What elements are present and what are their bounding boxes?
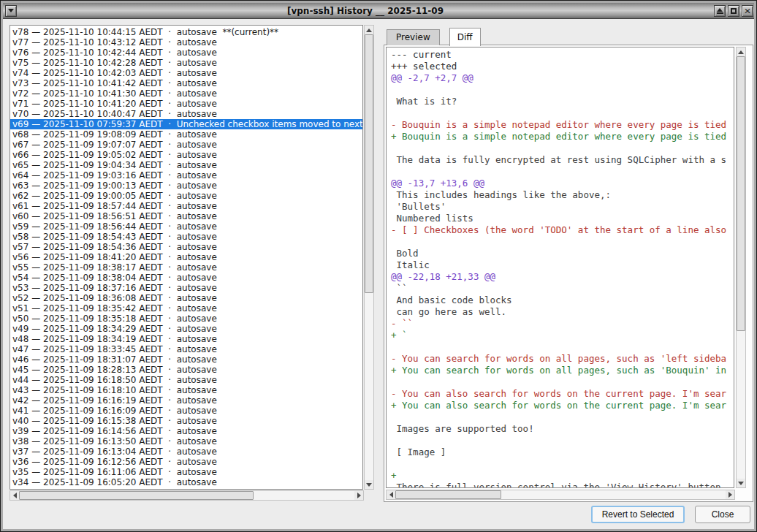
maximize-icon [731, 8, 737, 14]
history-row[interactable]: v77 — 2025-11-10 10:43:12 AEDT · autosav… [10, 37, 362, 48]
close-icon: ✕ [744, 7, 751, 15]
diff-line: What is it? [391, 96, 734, 107]
history-row[interactable]: v41 — 2025-11-09 16:16:09 AEDT · autosav… [10, 406, 362, 416]
history-row[interactable]: v70 — 2025-11-10 10:40:47 AEDT · autosav… [10, 109, 362, 119]
diff-vscrollbar[interactable] [736, 47, 746, 488]
history-row[interactable]: v49 — 2025-11-09 18:34:29 AEDT · autosav… [10, 324, 362, 334]
scroll-down-button[interactable] [737, 479, 745, 487]
history-row[interactable]: v40 — 2025-11-09 16:15:38 AEDT · autosav… [10, 416, 362, 426]
tab-preview[interactable]: Preview [387, 29, 440, 45]
history-row[interactable]: v60 — 2025-11-09 18:56:51 AEDT · autosav… [10, 211, 362, 221]
diff-line: + You can search for words on all pages,… [391, 365, 734, 376]
history-row[interactable]: v76 — 2025-11-10 10:42:44 AEDT · autosav… [10, 48, 362, 58]
history-row[interactable]: v61 — 2025-11-09 18:57:44 AEDT · autosav… [10, 201, 362, 211]
history-row[interactable]: v72 — 2025-11-10 10:41:30 AEDT · autosav… [10, 88, 362, 99]
scroll-up-button[interactable] [365, 26, 373, 34]
history-row[interactable]: v52 — 2025-11-09 18:36:08 AEDT · autosav… [10, 293, 362, 303]
history-row[interactable]: v62 — 2025-11-09 19:00:05 AEDT · autosav… [10, 191, 362, 201]
scrollbar-track[interactable] [395, 490, 726, 499]
notebook-panel: --- current+++ selected@@ -2,7 +2,7 @@ W… [384, 45, 753, 502]
history-row[interactable]: v71 — 2025-11-10 10:41:20 AEDT · autosav… [10, 99, 362, 109]
scrollbar-thumb[interactable] [395, 490, 501, 499]
window-title: [vpn-ssh] History __ 2025-11-09 [18, 6, 712, 16]
history-row[interactable]: v75 — 2025-11-10 10:42:28 AEDT · autosav… [10, 58, 362, 68]
diff-line: --- current [391, 49, 734, 61]
diff-line: - You can search for words on all pages,… [391, 353, 734, 365]
diff-line: + Bouquin is a simple notepad editor whe… [391, 131, 734, 142]
scrollbar-track[interactable] [365, 34, 373, 480]
diff-line [391, 142, 734, 154]
revert-to-selected-button[interactable]: Revert to Selected [591, 506, 685, 523]
scroll-left-button[interactable] [387, 490, 395, 499]
scrollbar-thumb[interactable] [19, 491, 254, 500]
scrollbar-thumb[interactable] [737, 56, 745, 331]
close-button[interactable]: ✕ [742, 5, 753, 17]
history-row[interactable]: v55 — 2025-11-09 18:38:17 AEDT · autosav… [10, 262, 362, 273]
history-row[interactable]: v78 — 2025-11-10 10:44:15 AEDT · autosav… [10, 27, 362, 37]
history-row[interactable]: v53 — 2025-11-09 18:37:16 AEDT · autosav… [10, 283, 362, 293]
diff-line: 'Bullets' [391, 201, 734, 213]
scroll-right-button[interactable] [354, 491, 363, 500]
history-row[interactable]: v36 — 2025-11-09 16:12:56 AEDT · autosav… [10, 457, 362, 467]
scroll-left-button[interactable] [10, 491, 19, 500]
diff-line: can go here as well. [391, 306, 734, 318]
window-menu-icon [8, 9, 14, 12]
diff-line [391, 84, 734, 96]
close-dialog-button[interactable]: Close [695, 506, 750, 523]
history-row[interactable]: v54 — 2025-11-09 18:38:04 AEDT · autosav… [10, 273, 362, 283]
history-row[interactable]: v35 — 2025-11-09 16:11:06 AEDT · autosav… [10, 467, 362, 477]
arrow-down-icon [366, 483, 372, 487]
history-row[interactable]: v34 — 2025-11-09 16:05:20 AEDT · autosav… [10, 477, 362, 487]
history-row[interactable]: v66 — 2025-11-09 19:05:02 AEDT · autosav… [10, 150, 362, 160]
diff-line: And basic code blocks [391, 294, 734, 306]
history-row[interactable]: v38 — 2025-11-09 16:13:50 AEDT · autosav… [10, 436, 362, 446]
scroll-right-button[interactable] [726, 490, 734, 499]
scrollbar-track[interactable] [19, 491, 354, 500]
history-vscrollbar[interactable] [364, 25, 374, 490]
history-row[interactable]: v44 — 2025-11-09 16:18:50 AEDT · autosav… [10, 375, 362, 385]
history-row[interactable]: v33 — 2025-11-09 16:05:01 AEDT · autosav… [10, 487, 362, 490]
history-row[interactable]: v42 — 2025-11-09 16:16:19 AEDT · autosav… [10, 395, 362, 406]
history-row[interactable]: v56 — 2025-11-09 18:41:20 AEDT · autosav… [10, 252, 362, 262]
arrow-up-icon [366, 28, 372, 32]
diff-line: - Bouquin is a simple notepad editor whe… [391, 119, 734, 131]
history-row[interactable]: v59 — 2025-11-09 18:56:44 AEDT · autosav… [10, 221, 362, 232]
history-row[interactable]: v68 — 2025-11-09 19:08:09 AEDT · autosav… [10, 129, 362, 140]
diff-line [391, 236, 734, 248]
history-row[interactable]: v46 — 2025-11-09 18:31:07 AEDT · autosav… [10, 354, 362, 365]
history-row[interactable]: v37 — 2025-11-09 16:13:04 AEDT · autosav… [10, 446, 362, 457]
history-row[interactable]: v50 — 2025-11-09 18:35:18 AEDT · autosav… [10, 314, 362, 324]
history-row[interactable]: v43 — 2025-11-09 16:18:10 AEDT · autosav… [10, 385, 362, 395]
arrow-up-icon [738, 50, 744, 54]
history-row[interactable]: v39 — 2025-11-09 16:14:56 AEDT · autosav… [10, 426, 362, 436]
history-hscrollbar[interactable] [9, 490, 364, 501]
history-row[interactable]: v69 — 2025-11-10 07:59:37 AEDT · Uncheck… [10, 119, 362, 129]
scroll-up-button[interactable] [737, 48, 745, 56]
scroll-down-button[interactable] [365, 480, 373, 489]
titlebar: [vpn-ssh] History __ 2025-11-09 ✕ [3, 3, 754, 19]
history-row[interactable]: v51 — 2025-11-09 18:35:42 AEDT · autosav… [10, 303, 362, 314]
history-listbox: v78 — 2025-11-10 10:44:15 AEDT · autosav… [9, 25, 363, 490]
history-row[interactable]: v48 — 2025-11-09 18:34:19 AEDT · autosav… [10, 334, 362, 344]
diff-line [391, 411, 734, 423]
diff-hscrollbar[interactable] [386, 490, 735, 500]
history-row[interactable]: v65 — 2025-11-09 19:04:34 AEDT · autosav… [10, 160, 362, 170]
history-row[interactable]: v74 — 2025-11-10 10:42:03 AEDT · autosav… [10, 68, 362, 78]
shade-button[interactable] [714, 5, 726, 17]
diff-line: + ` [391, 330, 734, 341]
history-row[interactable]: v64 — 2025-11-09 19:03:16 AEDT · autosav… [10, 170, 362, 180]
arrow-left-icon [389, 492, 393, 498]
history-row[interactable]: v67 — 2025-11-09 19:07:07 AEDT · autosav… [10, 140, 362, 150]
maximize-button[interactable] [728, 5, 739, 17]
history-row[interactable]: v58 — 2025-11-09 18:54:43 AEDT · autosav… [10, 232, 362, 242]
diff-line: Bold [391, 248, 734, 259]
scrollbar-thumb[interactable] [365, 34, 373, 293]
history-row[interactable]: v47 — 2025-11-09 18:33:45 AEDT · autosav… [10, 344, 362, 354]
history-row[interactable]: v63 — 2025-11-09 19:00:13 AEDT · autosav… [10, 180, 362, 191]
history-row[interactable]: v57 — 2025-11-09 18:54:36 AEDT · autosav… [10, 242, 362, 252]
history-row[interactable]: v45 — 2025-11-09 18:28:13 AEDT · autosav… [10, 365, 362, 375]
history-row[interactable]: v73 — 2025-11-10 10:41:42 AEDT · autosav… [10, 78, 362, 88]
window-menu-button[interactable] [5, 5, 17, 17]
tab-diff[interactable]: Diff [449, 28, 481, 46]
scrollbar-track[interactable] [737, 56, 745, 479]
